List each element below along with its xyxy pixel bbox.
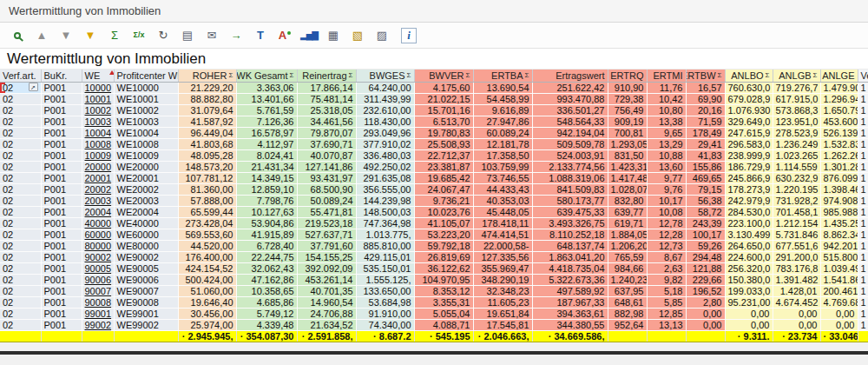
cell-anlge[interactable]: 8.862.346 bbox=[820, 229, 858, 240]
cell-ertbw[interactable]: 2,80 bbox=[686, 296, 725, 308]
cell-ertbw[interactable]: 178,49 bbox=[686, 127, 725, 138]
cell-ertba[interactable]: 27.947,86 bbox=[473, 116, 532, 127]
cell-ver[interactable]: 1 bbox=[858, 251, 868, 262]
cell-rein[interactable]: 40.701,35 bbox=[297, 285, 356, 296]
details-icon[interactable] bbox=[5, 26, 30, 45]
cell-bukr[interactable]: P001 bbox=[41, 82, 82, 93]
cell-pc[interactable]: WE10008 bbox=[114, 138, 178, 149]
cell-ertbw[interactable]: 59,26 bbox=[686, 240, 725, 251]
cell-bwver[interactable]: 24.067,47 bbox=[414, 183, 473, 195]
cell-pc[interactable]: WE10000 bbox=[114, 82, 178, 93]
cell-ertrq[interactable]: 831,50 bbox=[608, 149, 647, 161]
cell-roher[interactable]: 176.400,00 bbox=[178, 251, 236, 262]
cell-ertmi[interactable]: 5,18 bbox=[647, 285, 686, 296]
cell-ertbw[interactable]: 41,83 bbox=[686, 149, 725, 161]
cell-we[interactable]: 90007 bbox=[82, 285, 114, 296]
cell-rein[interactable]: 40.070,87 bbox=[297, 149, 356, 161]
cell-verf[interactable]: 02 bbox=[0, 251, 41, 262]
cell-we[interactable]: 90008 bbox=[82, 296, 114, 308]
cell-ver[interactable]: 1 bbox=[858, 138, 868, 149]
cell-rein[interactable]: 37.690,71 bbox=[297, 138, 356, 149]
cell-anlgb[interactable]: 701.458,1 bbox=[773, 206, 820, 217]
cell-ertbw[interactable]: 196,52 bbox=[686, 285, 725, 296]
cell-bukr[interactable]: P001 bbox=[41, 296, 82, 308]
cell-roher[interactable]: 44.520,00 bbox=[178, 240, 236, 251]
cell-verf[interactable]: 02 bbox=[0, 116, 41, 127]
cell-ver[interactable]: 1 bbox=[858, 240, 868, 251]
cell-bukr[interactable]: P001 bbox=[41, 195, 82, 206]
cell-bwges[interactable]: 91.910,00 bbox=[356, 308, 414, 319]
cell-ver[interactable]: 1 bbox=[858, 149, 868, 161]
cell-anlgb[interactable]: 123.951,0 bbox=[773, 116, 820, 127]
cell-bwk[interactable]: 12.859,10 bbox=[236, 183, 297, 195]
mean-value-icon[interactable]: Σ/x bbox=[127, 26, 151, 45]
cell-pc[interactable]: WE20001 bbox=[114, 172, 178, 183]
cell-anlgb[interactable]: 0,00 bbox=[773, 308, 820, 319]
cell-ertbw[interactable]: 71,59 bbox=[686, 116, 725, 127]
cell-ertba[interactable]: 11.605,23 bbox=[473, 296, 532, 308]
column-header-ertbw[interactable]: ERTBWΣ bbox=[686, 70, 725, 82]
local-file-icon[interactable]: ▤ bbox=[175, 26, 200, 45]
cell-anlge[interactable]: 1.435.254 bbox=[820, 217, 858, 229]
cell-ertba[interactable]: 45.448,05 bbox=[473, 206, 532, 217]
cell-ertba[interactable]: 103.759,99 bbox=[473, 161, 532, 172]
cell-ertbw[interactable]: 100,17 bbox=[686, 229, 725, 240]
print-preview-icon[interactable]: ↻ bbox=[151, 26, 175, 45]
cell-ertrq[interactable]: 637,95 bbox=[608, 285, 647, 296]
cell-pc[interactable]: WE40000 bbox=[114, 217, 178, 229]
cell-roher[interactable]: 31.079,64 bbox=[178, 104, 236, 116]
cell-anlge[interactable]: 200.461,0 bbox=[820, 285, 858, 296]
cell-ertragswert[interactable]: 841.509,83 bbox=[532, 183, 608, 195]
cell-ertrq[interactable]: 639,77 bbox=[608, 206, 647, 217]
cell-we[interactable]: 20004 bbox=[82, 206, 114, 217]
column-header-rein[interactable]: ReinertragΣ bbox=[297, 70, 356, 82]
cell-ertba[interactable]: 355.969,47 bbox=[473, 262, 532, 274]
cell-ertbw[interactable]: 294,48 bbox=[686, 251, 725, 262]
cell-we[interactable]: 20000 bbox=[82, 161, 114, 172]
cell-bukr[interactable]: P001 bbox=[41, 285, 82, 296]
cell-bukr[interactable]: P001 bbox=[41, 104, 82, 116]
cell-ver[interactable]: 1 bbox=[858, 161, 868, 172]
cell-ertba[interactable]: 178.418,11 bbox=[473, 217, 532, 229]
value-help-icon[interactable]: ↗ bbox=[29, 83, 38, 91]
cell-anlgb[interactable]: 1.023.265 bbox=[773, 149, 820, 161]
cell-ertmi[interactable]: 10,80 bbox=[647, 104, 686, 116]
cell-rein[interactable]: 219.523,18 bbox=[297, 217, 356, 229]
cell-roher[interactable]: 65.599,44 bbox=[178, 206, 236, 217]
cell-pc[interactable]: WE20004 bbox=[114, 206, 178, 217]
cell-ertmi[interactable]: 10,88 bbox=[647, 149, 686, 161]
cell-ertragswert[interactable]: 648.137,74 bbox=[532, 240, 608, 251]
cell-bwges[interactable]: 144.239,98 bbox=[356, 195, 414, 206]
cell-anlge[interactable]: 1.650.798 bbox=[820, 104, 858, 116]
cell-rein[interactable]: 34.461,56 bbox=[297, 116, 356, 127]
cell-anlgb[interactable]: 1.428,01 bbox=[773, 285, 820, 296]
cell-we[interactable]: 90002 bbox=[82, 251, 114, 262]
cell-verf[interactable]: 02 bbox=[0, 138, 41, 149]
cell-roher[interactable]: 569.553,60 bbox=[178, 229, 236, 240]
cell-we[interactable]: 20003 bbox=[82, 195, 114, 206]
cell-ertrq[interactable]: 1.423,31 bbox=[608, 161, 647, 172]
cell-ertmi[interactable]: 9,82 bbox=[647, 274, 686, 285]
cell-anlgb[interactable]: 630.232,9 bbox=[773, 172, 820, 183]
column-header-ver[interactable]: Ver bbox=[858, 70, 868, 82]
cell-we[interactable]: 10009 bbox=[82, 149, 114, 161]
cell-ver[interactable]: 1 bbox=[858, 206, 868, 217]
cell-bwges[interactable]: 1.555.125, bbox=[356, 274, 414, 285]
cell-ertrq[interactable]: 1.293,05 bbox=[608, 138, 647, 149]
cell-pc[interactable]: WE99002 bbox=[114, 319, 178, 330]
cell-anlge[interactable]: 1.541.862 bbox=[820, 274, 858, 285]
cell-anlgb[interactable]: 677.551,6 bbox=[773, 240, 820, 251]
cell-ertmi[interactable]: 5,85 bbox=[647, 296, 686, 308]
cell-ertbw[interactable]: 58,72 bbox=[686, 206, 725, 217]
cell-verf[interactable]: 02 bbox=[0, 161, 41, 172]
column-header-ertrq[interactable]: ERTRQ bbox=[608, 70, 647, 82]
cell-verf[interactable]: 02 bbox=[0, 296, 41, 308]
cell-ertrq[interactable]: 952,64 bbox=[608, 319, 647, 330]
cell-anlbo[interactable]: 178.273,9 bbox=[725, 183, 773, 195]
cell-ertba[interactable]: 13.690,54 bbox=[473, 82, 532, 93]
cell-bwges[interactable]: 356.555,00 bbox=[356, 183, 414, 195]
cell-bwges[interactable]: 1.013.775, bbox=[356, 229, 414, 240]
cell-bwver[interactable]: 9.736,21 bbox=[414, 195, 473, 206]
cell-roher[interactable]: 88.882,80 bbox=[178, 93, 236, 104]
cell-anlgb[interactable]: 731.928,2 bbox=[773, 195, 820, 206]
